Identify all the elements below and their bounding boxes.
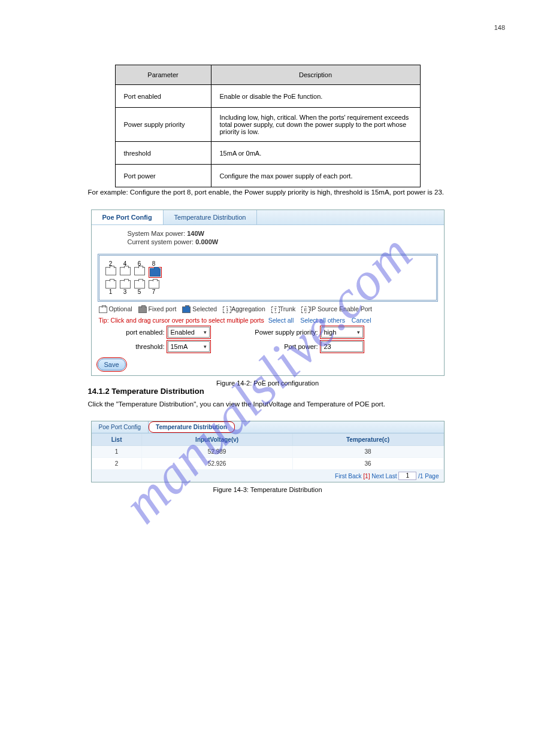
port-label: 7 — [149, 289, 159, 295]
th-temperature: Temperature(c) — [292, 433, 443, 445]
tab-bar: Poe Port Config Temperature Distribution — [92, 210, 444, 225]
param-desc: Including low, high, critical. When the … — [211, 108, 420, 142]
param-header-parameter: Parameter — [115, 65, 211, 85]
table-row: Port enabled Enable or disable the PoE f… — [115, 85, 420, 108]
priority-label: Power supply priority: — [234, 329, 318, 336]
figure-2-caption: Figure 14-3: Temperature Distribution — [36, 486, 499, 493]
pager-suffix: /1 Page — [418, 472, 439, 479]
cell-voltage: 52.926 — [141, 457, 292, 469]
ipsource-icon: E — [301, 306, 310, 313]
cell-list: 1 — [92, 445, 141, 457]
page-number: 148 — [494, 24, 505, 31]
section-intro: Click the "Temperature Distribution", yo… — [88, 399, 448, 409]
pager-last[interactable]: Last — [386, 472, 397, 479]
table-row: 2 52.926 36 — [92, 457, 443, 469]
pager-current: [1] — [363, 472, 370, 479]
cell-voltage: 52.989 — [141, 445, 292, 457]
pager-back[interactable]: Back — [348, 472, 361, 479]
port-1-icon[interactable] — [105, 280, 116, 289]
figure-1-caption: Figure 14-2: PoE port configuration — [36, 379, 499, 387]
legend-optional: Optional — [109, 305, 132, 312]
th-list: List — [92, 433, 141, 445]
optional-port-icon — [99, 306, 107, 313]
trunk-icon: T — [271, 306, 280, 313]
param-desc: 15mA or 0mA. — [211, 142, 420, 165]
param-desc: Configure the max power supply of each p… — [211, 165, 420, 187]
tab-temperature-distribution[interactable]: Temperature Distribution — [164, 210, 258, 224]
parameter-table: Parameter Description Port enabled Enabl… — [115, 65, 421, 187]
param-header-description: Description — [211, 65, 420, 85]
legend-trunk: Trunk — [280, 305, 295, 312]
param-name: Port power — [115, 165, 211, 187]
port-label: 8 — [149, 260, 159, 267]
port-label: 5 — [134, 289, 145, 295]
current-power-label: Current system power: — [128, 238, 194, 245]
port-power-label: Port power: — [234, 343, 318, 350]
table-row: Port power Configure the max power suppl… — [115, 165, 420, 187]
port-label: 3 — [120, 289, 131, 295]
port-enabled-select[interactable]: Enabled — [168, 327, 210, 338]
pager-first[interactable]: First — [335, 472, 346, 479]
port-2-icon[interactable] — [105, 267, 116, 275]
port-enabled-label: port enabled: — [99, 329, 165, 336]
port-selector: 2 4 6 8 1 — [98, 254, 438, 302]
fixed-port-icon — [138, 306, 147, 313]
temperature-table: List InputVoltage(v) Temperature(c) 1 52… — [92, 433, 444, 470]
priority-select[interactable]: high — [321, 327, 363, 338]
table-row: threshold 15mA or 0mA. — [115, 142, 420, 165]
table-row: 1 52.989 38 — [92, 445, 443, 457]
port-7-icon[interactable] — [149, 280, 159, 289]
cell-temp: 38 — [292, 445, 443, 457]
example-intro: For example: Configure the port 8, port … — [88, 187, 448, 198]
legend-selected: Selected — [192, 305, 217, 312]
cancel-link[interactable]: Cancel — [352, 317, 371, 324]
poe-config-screenshot: Poe Port Config Temperature Distribution… — [91, 210, 445, 376]
tip-label: Tip: — [99, 317, 109, 324]
current-power-value: 0.000W — [195, 238, 218, 245]
param-name: Port enabled — [115, 85, 211, 108]
table-row: Power supply priority Including low, hig… — [115, 108, 420, 142]
param-desc: Enable or disable the PoE function. — [211, 85, 420, 108]
tab-poe-port-config-2[interactable]: Poe Port Config — [92, 421, 149, 433]
th-inputvoltage: InputVoltage(v) — [141, 433, 292, 445]
param-name: threshold — [115, 142, 211, 165]
port-4-icon[interactable] — [120, 267, 131, 275]
port-power-input[interactable]: 23 — [321, 341, 363, 352]
pager: First Back [1] Next Last /1 Page — [92, 470, 444, 482]
max-power-value: 140W — [187, 230, 204, 237]
section-heading: 14.1.2 Temperature Distribution — [88, 387, 448, 396]
tip-line: Tip: Click and drag cursor over ports to… — [99, 317, 437, 324]
port-6-icon[interactable] — [134, 267, 145, 275]
threshold-label: threshold: — [99, 343, 165, 350]
legend-aggregation: Aggregation — [231, 305, 265, 312]
legend-ipsource: IP Source Enable Port — [310, 305, 372, 312]
legend-fixed: Fixed port — [149, 305, 177, 312]
port-legend: Optional Fixed port Selected 1Aggregatio… — [99, 305, 437, 313]
select-all-link[interactable]: Select all — [268, 317, 294, 324]
aggregation-icon: 1 — [223, 306, 231, 313]
max-power-label: System Max power: — [128, 230, 186, 237]
pager-input[interactable] — [398, 472, 416, 480]
tab-bar-2: Poe Port Config Temperature Distribution — [92, 421, 444, 433]
tip-text: Click and drag cursor over ports to sele… — [111, 317, 264, 324]
port-label: 1 — [105, 289, 116, 295]
save-button[interactable]: Save — [98, 359, 126, 371]
system-info: System Max power: 140W Current system po… — [92, 225, 444, 250]
temperature-distribution-screenshot: Poe Port Config Temperature Distribution… — [91, 421, 445, 482]
select-all-others-link[interactable]: Select all others — [300, 317, 345, 324]
cell-temp: 36 — [292, 457, 443, 469]
selected-port-icon — [182, 306, 191, 313]
port-5-icon[interactable] — [134, 280, 145, 289]
tab-poe-port-config[interactable]: Poe Port Config — [92, 210, 164, 224]
port-3-icon[interactable] — [120, 280, 131, 289]
threshold-select[interactable]: 15mA — [168, 341, 210, 352]
port-8-icon[interactable] — [150, 268, 161, 277]
pager-next[interactable]: Next — [371, 472, 384, 479]
cell-list: 2 — [92, 457, 141, 469]
tab-temperature-distribution-2[interactable]: Temperature Distribution — [149, 421, 235, 433]
param-name: Power supply priority — [115, 108, 211, 142]
